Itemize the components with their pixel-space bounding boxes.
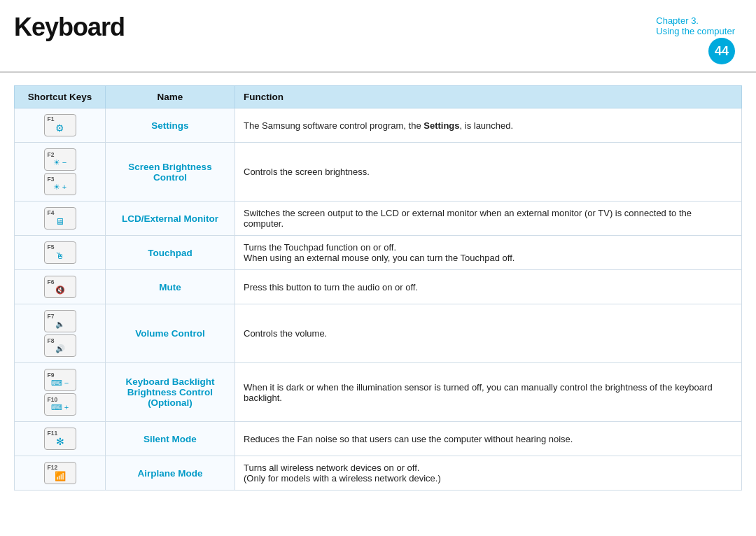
name-label-volume: Volume Control	[135, 328, 205, 339]
table-row: F6 🔇 Mute Press this button to turn the …	[15, 270, 742, 304]
key-wrap-airplane: F12 📶	[23, 462, 97, 484]
name-cell-settings: Settings	[106, 108, 235, 143]
function-cell-mute: Press this button to turn the audio on o…	[235, 270, 742, 304]
name-label-lcd: LCD/External Monitor	[122, 213, 218, 224]
shortcut-keys-table-container: Shortcut Keys Name Function F1 ⚙	[0, 73, 756, 498]
key-f8: F8 🔊	[44, 334, 76, 357]
name-label-silent: Silent Mode	[144, 434, 197, 444]
key-f7: F7 🔈	[44, 310, 76, 332]
name-cell-backlight: Keyboard BacklightBrightness Control(Opt…	[106, 363, 235, 422]
page-title: Keyboard	[14, 13, 125, 42]
function-cell-touchpad: Turns the Touchpad function on or off. W…	[235, 236, 742, 270]
name-cell-airplane: Airplane Mode	[106, 456, 235, 491]
key-cell-mute: F6 🔇	[15, 270, 106, 304]
key-f11: F11 ✻	[44, 428, 76, 450]
key-wrap-brightness: F2 ☀ − F3 ☀ +	[23, 148, 97, 195]
key-f10: F10 ⌨ +	[44, 393, 76, 416]
key-f1: F1 ⚙	[44, 114, 76, 136]
name-label-settings: Settings	[151, 120, 188, 131]
key-wrap-f1: F1 ⚙	[23, 114, 97, 136]
key-cell-volume: F7 🔈 F8 🔊	[15, 304, 106, 363]
table-row: F11 ✻ Silent Mode Reduces the Fan noise …	[15, 422, 742, 456]
function-cell-backlight: When it is dark or when the illumination…	[235, 363, 742, 422]
page: Keyboard Chapter 3. Using the computer 4…	[0, 0, 756, 536]
key-f3: F3 ☀ +	[44, 173, 76, 195]
key-wrap-volume: F7 🔈 F8 🔊	[23, 310, 97, 357]
name-label-airplane: Airplane Mode	[137, 468, 202, 479]
key-cell-f1: F1 ⚙	[15, 108, 106, 143]
function-cell-lcd: Switches the screen output to the LCD or…	[235, 202, 742, 236]
function-cell-volume: Controls the volume.	[235, 304, 742, 363]
name-cell-volume: Volume Control	[106, 304, 235, 363]
col-function: Function	[235, 86, 742, 108]
col-shortcut-keys: Shortcut Keys	[15, 86, 106, 108]
settings-bold: Settings	[424, 120, 459, 131]
key-wrap-touchpad: F5 🖱	[23, 241, 97, 264]
name-cell-touchpad: Touchpad	[106, 236, 235, 270]
key-f12: F12 📶	[44, 462, 76, 484]
table-row: F9 ⌨ − F10 ⌨ + Keyboard BacklightBrightn…	[15, 363, 742, 422]
name-label-touchpad: Touchpad	[148, 248, 192, 258]
key-cell-brightness: F2 ☀ − F3 ☀ +	[15, 143, 106, 202]
key-cell-touchpad: F5 🖱	[15, 236, 106, 270]
key-cell-airplane: F12 📶	[15, 456, 106, 491]
name-label-brightness: Screen BrightnessControl	[128, 162, 211, 183]
table-row: F7 🔈 F8 🔊 Volume Control	[15, 304, 742, 363]
function-cell-settings: The Samsung software control program, th…	[235, 108, 742, 143]
chapter-info: Chapter 3. Using the computer 44	[656, 13, 735, 64]
key-cell-backlight: F9 ⌨ − F10 ⌨ +	[15, 363, 106, 422]
key-wrap-backlight: F9 ⌨ − F10 ⌨ +	[23, 369, 97, 416]
key-wrap-mute: F6 🔇	[23, 276, 97, 298]
shortcut-keys-table: Shortcut Keys Name Function F1 ⚙	[14, 85, 742, 491]
key-wrap-silent: F11 ✻	[23, 428, 97, 450]
key-wrap-lcd: F4 🖥	[23, 207, 97, 230]
key-f2: F2 ☀ −	[44, 148, 76, 171]
table-row: F1 ⚙ Settings The Samsung software contr…	[15, 108, 742, 143]
chapter-label: Chapter 3. Using the computer	[656, 15, 735, 36]
key-cell-lcd: F4 🖥	[15, 202, 106, 236]
page-header: Keyboard Chapter 3. Using the computer 4…	[0, 0, 756, 73]
function-cell-brightness: Controls the screen brightness.	[235, 143, 742, 202]
table-row: F12 📶 Airplane Mode Turns all wireless n…	[15, 456, 742, 491]
table-row: F2 ☀ − F3 ☀ + Screen BrightnessControl	[15, 143, 742, 202]
key-f4: F4 🖥	[44, 207, 76, 230]
name-cell-lcd: LCD/External Monitor	[106, 202, 235, 236]
name-label-mute: Mute	[159, 282, 181, 292]
name-cell-brightness: Screen BrightnessControl	[106, 143, 235, 202]
key-f6: F6 🔇	[44, 276, 76, 298]
name-cell-mute: Mute	[106, 270, 235, 304]
table-row: F4 🖥 LCD/External Monitor Switches the s…	[15, 202, 742, 236]
name-label-backlight: Keyboard BacklightBrightness Control(Opt…	[126, 376, 215, 408]
col-name: Name	[106, 86, 235, 108]
name-cell-silent: Silent Mode	[106, 422, 235, 456]
key-f9: F9 ⌨ −	[44, 369, 76, 391]
table-row: F5 🖱 Touchpad Turns the Touchpad functio…	[15, 236, 742, 270]
function-cell-silent: Reduces the Fan noise so that users can …	[235, 422, 742, 456]
key-f5: F5 🖱	[44, 241, 76, 264]
function-cell-airplane: Turns all wireless network devices on or…	[235, 456, 742, 491]
key-cell-silent: F11 ✻	[15, 422, 106, 456]
page-number-badge: 44	[708, 38, 735, 64]
